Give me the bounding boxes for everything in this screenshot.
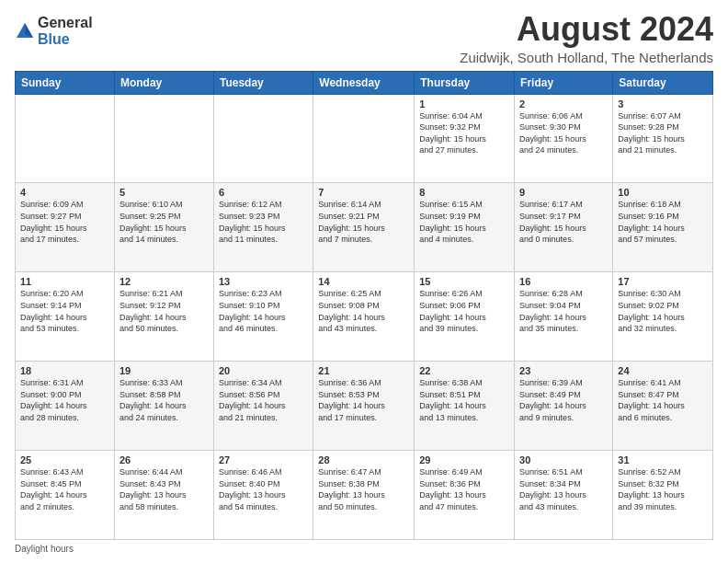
day-number: 7 xyxy=(318,187,409,198)
calendar-cell: 10Sunrise: 6:18 AM Sunset: 9:16 PM Dayli… xyxy=(613,183,713,272)
calendar-cell: 6Sunrise: 6:12 AM Sunset: 9:23 PM Daylig… xyxy=(213,183,313,272)
day-number: 2 xyxy=(519,98,608,109)
day-info: Sunrise: 6:52 AM Sunset: 8:32 PM Dayligh… xyxy=(618,466,708,512)
calendar-cell: 28Sunrise: 6:47 AM Sunset: 8:38 PM Dayli… xyxy=(313,451,415,540)
calendar-cell: 14Sunrise: 6:25 AM Sunset: 9:08 PM Dayli… xyxy=(313,272,415,362)
day-number: 6 xyxy=(219,187,308,198)
calendar-cell: 24Sunrise: 6:41 AM Sunset: 8:47 PM Dayli… xyxy=(613,362,713,451)
calendar-body: 1Sunrise: 6:04 AM Sunset: 9:32 PM Daylig… xyxy=(16,94,713,539)
day-info: Sunrise: 6:34 AM Sunset: 8:56 PM Dayligh… xyxy=(219,377,308,423)
day-number: 3 xyxy=(618,98,708,109)
calendar-cell: 8Sunrise: 6:15 AM Sunset: 9:19 PM Daylig… xyxy=(415,183,515,272)
day-number: 30 xyxy=(519,454,608,465)
day-info: Sunrise: 6:47 AM Sunset: 8:38 PM Dayligh… xyxy=(318,466,409,512)
calendar-cell: 23Sunrise: 6:39 AM Sunset: 8:49 PM Dayli… xyxy=(515,362,613,451)
day-info: Sunrise: 6:38 AM Sunset: 8:51 PM Dayligh… xyxy=(419,377,509,423)
header-cell-saturday: Saturday xyxy=(613,71,713,94)
calendar-cell: 1Sunrise: 6:04 AM Sunset: 9:32 PM Daylig… xyxy=(415,94,515,183)
day-info: Sunrise: 6:09 AM Sunset: 9:27 PM Dayligh… xyxy=(20,199,109,245)
subtitle: Zuidwijk, South Holland, The Netherlands xyxy=(460,50,713,65)
day-info: Sunrise: 6:31 AM Sunset: 9:00 PM Dayligh… xyxy=(20,377,109,423)
calendar-cell: 12Sunrise: 6:21 AM Sunset: 9:12 PM Dayli… xyxy=(114,272,213,362)
day-info: Sunrise: 6:41 AM Sunset: 8:47 PM Dayligh… xyxy=(618,377,708,423)
day-info: Sunrise: 6:25 AM Sunset: 9:08 PM Dayligh… xyxy=(318,288,409,334)
day-info: Sunrise: 6:30 AM Sunset: 9:02 PM Dayligh… xyxy=(618,288,708,334)
day-number: 9 xyxy=(519,187,608,198)
calendar-cell: 2Sunrise: 6:06 AM Sunset: 9:30 PM Daylig… xyxy=(515,94,613,183)
calendar-cell: 15Sunrise: 6:26 AM Sunset: 9:06 PM Dayli… xyxy=(415,272,515,362)
calendar-cell: 5Sunrise: 6:10 AM Sunset: 9:25 PM Daylig… xyxy=(114,183,213,272)
day-info: Sunrise: 6:23 AM Sunset: 9:10 PM Dayligh… xyxy=(219,288,308,334)
calendar-cell: 7Sunrise: 6:14 AM Sunset: 9:21 PM Daylig… xyxy=(313,183,415,272)
logo-icon xyxy=(15,21,35,41)
day-info: Sunrise: 6:28 AM Sunset: 9:04 PM Dayligh… xyxy=(519,288,608,334)
calendar-cell: 13Sunrise: 6:23 AM Sunset: 9:10 PM Dayli… xyxy=(213,272,313,362)
day-number: 16 xyxy=(519,276,608,287)
week-row-4: 18Sunrise: 6:31 AM Sunset: 9:00 PM Dayli… xyxy=(16,362,713,451)
header-cell-tuesday: Tuesday xyxy=(213,71,313,94)
calendar-header: SundayMondayTuesdayWednesdayThursdayFrid… xyxy=(16,71,713,94)
header-cell-friday: Friday xyxy=(515,71,613,94)
calendar-cell: 22Sunrise: 6:38 AM Sunset: 8:51 PM Dayli… xyxy=(415,362,515,451)
calendar-cell: 30Sunrise: 6:51 AM Sunset: 8:34 PM Dayli… xyxy=(515,451,613,540)
day-number: 21 xyxy=(318,365,409,376)
day-info: Sunrise: 6:39 AM Sunset: 8:49 PM Dayligh… xyxy=(519,377,608,423)
day-info: Sunrise: 6:21 AM Sunset: 9:12 PM Dayligh… xyxy=(119,288,209,334)
day-info: Sunrise: 6:51 AM Sunset: 8:34 PM Dayligh… xyxy=(519,466,608,512)
day-info: Sunrise: 6:07 AM Sunset: 9:28 PM Dayligh… xyxy=(618,110,708,156)
day-info: Sunrise: 6:46 AM Sunset: 8:40 PM Dayligh… xyxy=(219,466,308,512)
top-section: General Blue August 2024 Zuidwijk, South… xyxy=(15,11,713,65)
week-row-2: 4Sunrise: 6:09 AM Sunset: 9:27 PM Daylig… xyxy=(16,183,713,272)
week-row-5: 25Sunrise: 6:43 AM Sunset: 8:45 PM Dayli… xyxy=(16,451,713,540)
logo-general: General xyxy=(38,15,93,31)
calendar-cell xyxy=(114,94,213,183)
page: General Blue August 2024 Zuidwijk, South… xyxy=(0,0,728,563)
day-number: 29 xyxy=(419,454,509,465)
header-cell-wednesday: Wednesday xyxy=(313,71,415,94)
calendar-cell: 20Sunrise: 6:34 AM Sunset: 8:56 PM Dayli… xyxy=(213,362,313,451)
week-row-3: 11Sunrise: 6:20 AM Sunset: 9:14 PM Dayli… xyxy=(16,272,713,362)
calendar-cell: 9Sunrise: 6:17 AM Sunset: 9:17 PM Daylig… xyxy=(515,183,613,272)
day-info: Sunrise: 6:10 AM Sunset: 9:25 PM Dayligh… xyxy=(119,199,209,245)
day-number: 1 xyxy=(419,98,509,109)
day-number: 5 xyxy=(119,187,209,198)
calendar-cell xyxy=(16,94,115,183)
calendar-cell: 17Sunrise: 6:30 AM Sunset: 9:02 PM Dayli… xyxy=(613,272,713,362)
day-info: Sunrise: 6:20 AM Sunset: 9:14 PM Dayligh… xyxy=(20,288,109,334)
day-info: Sunrise: 6:06 AM Sunset: 9:30 PM Dayligh… xyxy=(519,110,608,156)
day-number: 14 xyxy=(318,276,409,287)
day-number: 15 xyxy=(419,276,509,287)
day-number: 8 xyxy=(419,187,509,198)
day-number: 20 xyxy=(219,365,308,376)
day-info: Sunrise: 6:36 AM Sunset: 8:53 PM Dayligh… xyxy=(318,377,409,423)
day-info: Sunrise: 6:04 AM Sunset: 9:32 PM Dayligh… xyxy=(419,110,509,156)
main-title: August 2024 xyxy=(460,11,713,48)
calendar-cell: 3Sunrise: 6:07 AM Sunset: 9:28 PM Daylig… xyxy=(613,94,713,183)
day-info: Sunrise: 6:15 AM Sunset: 9:19 PM Dayligh… xyxy=(419,199,509,245)
header-cell-thursday: Thursday xyxy=(415,71,515,94)
week-row-1: 1Sunrise: 6:04 AM Sunset: 9:32 PM Daylig… xyxy=(16,94,713,183)
day-number: 26 xyxy=(119,454,209,465)
day-number: 18 xyxy=(20,365,109,376)
header-cell-sunday: Sunday xyxy=(16,71,115,94)
day-number: 28 xyxy=(318,454,409,465)
day-info: Sunrise: 6:43 AM Sunset: 8:45 PM Dayligh… xyxy=(20,466,109,512)
day-number: 31 xyxy=(618,454,708,465)
calendar-cell: 29Sunrise: 6:49 AM Sunset: 8:36 PM Dayli… xyxy=(415,451,515,540)
calendar-cell: 11Sunrise: 6:20 AM Sunset: 9:14 PM Dayli… xyxy=(16,272,115,362)
day-info: Sunrise: 6:26 AM Sunset: 9:06 PM Dayligh… xyxy=(419,288,509,334)
day-info: Sunrise: 6:17 AM Sunset: 9:17 PM Dayligh… xyxy=(519,199,608,245)
calendar-cell: 31Sunrise: 6:52 AM Sunset: 8:32 PM Dayli… xyxy=(613,451,713,540)
header-row: SundayMondayTuesdayWednesdayThursdayFrid… xyxy=(16,71,713,94)
day-number: 19 xyxy=(119,365,209,376)
logo-text: General Blue xyxy=(38,15,93,47)
calendar-cell: 26Sunrise: 6:44 AM Sunset: 8:43 PM Dayli… xyxy=(114,451,213,540)
day-number: 23 xyxy=(519,365,608,376)
footer-note: Daylight hours xyxy=(15,544,713,554)
calendar-cell xyxy=(213,94,313,183)
day-number: 27 xyxy=(219,454,308,465)
day-number: 22 xyxy=(419,365,509,376)
calendar-cell: 25Sunrise: 6:43 AM Sunset: 8:45 PM Dayli… xyxy=(16,451,115,540)
day-info: Sunrise: 6:18 AM Sunset: 9:16 PM Dayligh… xyxy=(618,199,708,245)
calendar-cell: 19Sunrise: 6:33 AM Sunset: 8:58 PM Dayli… xyxy=(114,362,213,451)
